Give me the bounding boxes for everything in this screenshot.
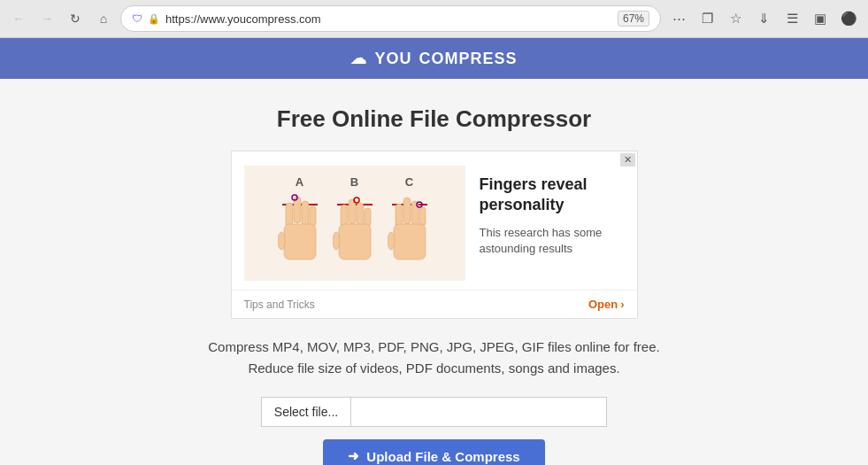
pocket-button[interactable]: ❐	[695, 6, 719, 31]
hand-c-group: C	[388, 175, 432, 272]
ad-inner: A	[232, 151, 637, 281]
address-bar-container: 🛡 🔒 67%	[120, 5, 661, 32]
ad-subtext: This research has some astounding result…	[480, 225, 625, 257]
hand-c-svg	[388, 192, 432, 272]
ad-headline: Fingers reveal personality	[480, 174, 625, 216]
toolbar-icons: ⋯ ❐ ☆ ⇓ ☰ ▣ ⚫	[666, 6, 861, 31]
ad-footer: Tips and Tricks Open ›	[232, 290, 637, 318]
ad-open-chevron: ›	[620, 298, 624, 311]
upload-btn-label: Upload File & Compress	[366, 449, 519, 464]
svg-rect-13	[339, 224, 371, 260]
library-button[interactable]: ☰	[780, 6, 804, 31]
svg-rect-20	[419, 207, 426, 226]
svg-rect-17	[403, 198, 411, 224]
browser-chrome: ← → ↻ ⌂ 🛡 🔒 67% ⋯ ❐ ☆ ⇓ ☰ ▣ ⚫	[0, 0, 868, 38]
ad-source: Tips and Tricks	[244, 298, 315, 311]
upload-area: Select file... ➜ Upload File & Compress	[18, 397, 850, 465]
shield-icon: 🛡	[132, 12, 142, 25]
address-bar[interactable]	[165, 12, 612, 26]
description-line-2: Reduce file size of videos, PDF document…	[208, 358, 659, 379]
forward-button[interactable]: →	[35, 7, 58, 30]
back-button[interactable]: ←	[7, 7, 30, 30]
svg-rect-5	[284, 224, 316, 260]
hand-b-svg	[333, 192, 377, 272]
logo-cloud-icon: ☁	[350, 49, 367, 68]
svg-rect-4	[310, 206, 316, 226]
description-area: Compress MP4, MOV, MP3, PDF, PNG, JPG, J…	[208, 337, 659, 379]
bookmark-button[interactable]: ☆	[723, 6, 748, 31]
svg-point-6	[278, 232, 285, 250]
browser-toolbar: ← → ↻ ⌂ 🛡 🔒 67% ⋯ ❐ ☆ ⇓ ☰ ▣ ⚫	[0, 0, 868, 37]
hand-a-label: A	[296, 175, 303, 189]
svg-rect-9	[349, 199, 356, 224]
file-name-input[interactable]	[350, 397, 607, 427]
svg-rect-11	[357, 203, 364, 226]
ad-text-area: Fingers reveal personality This research…	[480, 166, 625, 281]
download-button[interactable]: ⇓	[751, 6, 776, 31]
hands-container: A	[269, 167, 441, 281]
svg-rect-3	[302, 201, 309, 226]
upload-compress-button[interactable]: ➜ Upload File & Compress	[323, 439, 544, 465]
main-content: Free Online File Compressor ✕ A	[0, 79, 868, 465]
zoom-level: 67%	[618, 11, 649, 27]
site-header: ☁ YOUCOMPRESS	[0, 38, 868, 79]
ad-top-bar: ✕	[618, 151, 637, 168]
upload-arrow-icon: ➜	[348, 448, 359, 464]
ad-open-label: Open	[588, 298, 618, 311]
site-logo: ☁ YOUCOMPRESS	[0, 49, 868, 68]
file-input-row: Select file...	[261, 397, 607, 427]
svg-point-14	[333, 232, 340, 250]
hand-b-group: B	[333, 175, 377, 272]
lock-icon: 🔒	[148, 13, 160, 25]
profile-button[interactable]: ⚫	[836, 6, 861, 31]
hand-a-svg	[278, 192, 322, 272]
logo-compress: COMPRESS	[419, 50, 517, 68]
hand-a-group: A	[278, 175, 322, 272]
page-title: Free Online File Compressor	[277, 105, 591, 133]
reload-button[interactable]: ↻	[64, 7, 87, 30]
ad-open-link[interactable]: Open ›	[588, 298, 625, 311]
description-line-1: Compress MP4, MOV, MP3, PDF, PNG, JPG, J…	[208, 337, 659, 358]
ad-container: ✕ A	[231, 151, 638, 319]
select-file-button[interactable]: Select file...	[261, 397, 350, 427]
hand-c-label: C	[405, 175, 413, 189]
hand-b-label: B	[350, 175, 358, 189]
split-view-button[interactable]: ▣	[808, 6, 833, 31]
logo-you: YOU	[374, 50, 411, 68]
svg-rect-21	[394, 224, 426, 260]
home-button[interactable]: ⌂	[92, 7, 115, 30]
svg-rect-19	[411, 201, 419, 225]
ad-close-button[interactable]: ✕	[620, 153, 635, 167]
more-menu-button[interactable]: ⋯	[666, 6, 691, 31]
svg-rect-12	[365, 208, 371, 226]
ad-image-area: A	[244, 166, 465, 281]
svg-point-22	[388, 232, 395, 250]
